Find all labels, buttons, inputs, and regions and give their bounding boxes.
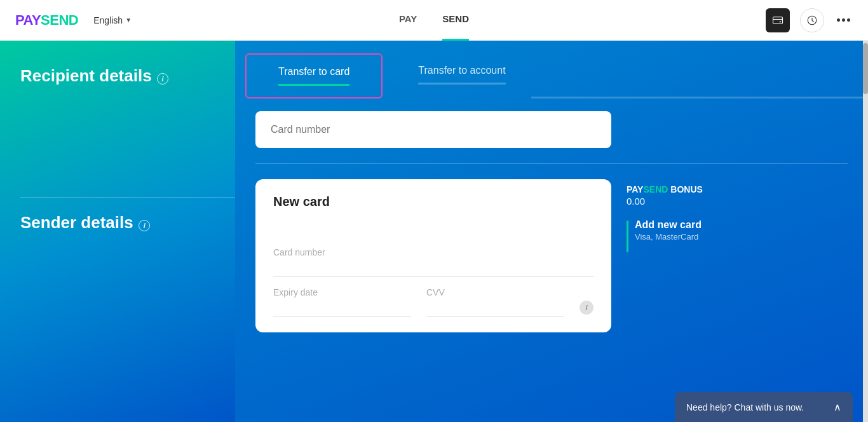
scrollbar[interactable] [863,41,868,422]
language-label: English [93,15,123,25]
header-right [766,8,853,32]
chat-chevron-icon: ∧ [834,401,841,413]
clock-icon-btn[interactable] [800,8,824,32]
svg-point-1 [780,21,781,22]
new-card-box: New card Card number Expiry date CVV [255,179,611,332]
card-number-field-label: Card number [273,247,593,257]
nav-pay[interactable]: PAY [399,13,417,27]
tab-trailing-bar [531,97,868,99]
expiry-field-group: Expiry date [273,287,411,317]
dot [842,18,845,22]
scrollbar-thumb[interactable] [863,43,868,94]
recipient-title: Recipient details [20,66,152,85]
card-number-field-group: Card number [273,247,593,277]
main-content: Recipient details i Sender details i Tra… [0,41,868,422]
cvv-input[interactable] [426,300,564,317]
bonus-suffix: BONUS [668,184,702,194]
bonus-send: SEND [643,184,668,194]
expiry-label: Expiry date [273,287,411,297]
tab-card-border[interactable]: Transfer to card [245,53,383,99]
tab-transfer-card-label: Transfer to card [278,66,349,78]
bonus-pay: PAY [627,184,643,194]
bonus-value: 0.00 [627,196,766,207]
expiry-input[interactable] [273,300,411,317]
bonus-label: PAYSEND BONUS [627,184,766,194]
dot [837,18,840,22]
language-selector[interactable]: English ▼ [93,15,132,25]
tab-transfer-to-account[interactable]: Transfer to account [393,53,531,99]
logo[interactable]: PAYSEND [15,12,78,29]
wallet-icon-btn[interactable] [766,8,790,32]
logo-end: END [50,12,78,29]
add-card-sub: Visa, MasterCard [635,232,702,242]
sidebar-gradient: Recipient details i Sender details i [0,41,235,422]
sender-title: Sender details [20,213,133,232]
recipient-info-icon[interactable]: i [157,73,168,85]
tab-inactive-indicator [418,83,505,85]
logo-s: S [41,12,50,29]
tab-transfer-to-card[interactable]: Transfer to card [235,53,393,99]
sender-card-number-input[interactable] [273,260,593,277]
card-number-input[interactable] [271,124,596,135]
add-card-text: Add new card Visa, MasterCard [635,219,702,242]
card-number-section [235,99,868,158]
card-number-wrapper [255,111,611,148]
add-card-section: Add new card Visa, MasterCard [627,219,766,252]
tab-active-indicator [278,84,349,86]
green-accent-bar [627,221,628,252]
logo-pay: PAY [15,12,41,29]
dot [847,18,850,22]
new-card-title: New card [273,194,593,209]
chat-text: Need help? Chat with us now. [686,402,804,412]
language-arrow: ▼ [125,17,132,24]
header-left: PAYSEND English ▼ [15,12,132,29]
sender-content-area: New card Card number Expiry date CVV [235,169,868,332]
tab-transfer-account-label: Transfer to account [418,65,505,76]
more-options-btn[interactable] [834,16,853,24]
header: PAYSEND English ▼ PAY SEND [0,0,868,41]
header-nav: PAY SEND [399,13,469,27]
sender-info-icon[interactable]: i [139,220,150,231]
svg-rect-0 [773,17,783,24]
bonus-sidebar: PAYSEND BONUS 0.00 Add new card Visa, Ma… [627,179,766,332]
cvv-info-icon[interactable]: i [580,301,593,315]
sender-section-header: Sender details i [20,213,215,233]
nav-send[interactable]: SEND [442,13,469,27]
card-expiry-cvv-row: Expiry date CVV i [273,287,593,317]
recipient-section-header: Recipient details i [20,66,215,86]
add-card-title[interactable]: Add new card [635,219,702,231]
cvv-field-group: CVV [426,287,564,317]
content-area: Transfer to card Transfer to account [235,41,868,422]
horizontal-divider [255,163,848,164]
chat-widget[interactable]: Need help? Chat with us now. ∧ [675,392,853,422]
tabs-container: Transfer to card Transfer to account [235,41,868,99]
cvv-label: CVV [426,287,564,297]
